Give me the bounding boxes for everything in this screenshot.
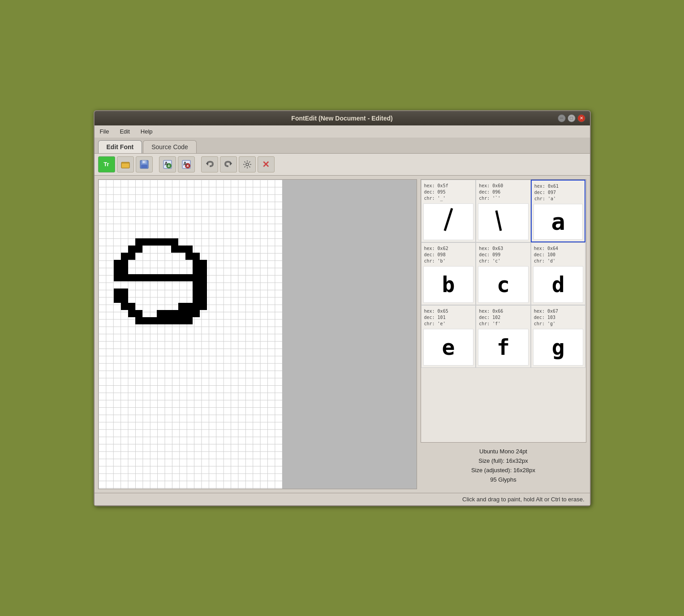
glyph-info-64: hex: 0x64dec: 100chr: 'd' [533,245,584,265]
svg-rect-18 [135,238,142,246]
close-button[interactable]: ✕ [577,114,585,122]
svg-rect-74 [171,310,178,317]
glyph-grid-container[interactable]: hex: 0x5fdec: 095chr: '_' hex: 0x60dec: … [421,179,586,443]
svg-rect-41 [114,274,121,281]
glyph-preview-60 [478,203,529,240]
glyph-preview-67: g [533,329,584,366]
svg-rect-29 [121,253,128,260]
window-controls: ─ □ ✕ [558,114,585,122]
svg-rect-79 [142,317,150,324]
tool-undo-button[interactable] [201,156,218,172]
svg-rect-42 [121,274,128,281]
titlebar: FontEdit (New Document - Edited) ─ □ ✕ [95,111,590,125]
svg-rect-73 [164,310,171,317]
svg-rect-44 [135,274,142,281]
svg-rect-37 [114,267,121,274]
main-area: hex: 0x5fdec: 095chr: '_' hex: 0x60dec: … [95,176,590,493]
tool-remove-glyph-button[interactable]: ×A [178,156,195,172]
svg-rect-28 [185,246,193,253]
glyph-cell-61[interactable]: hex: 0x61dec: 097chr: 'a' a [531,180,586,242]
font-info: Ubuntu Mono 24pt Size (full): 16x32px Si… [421,443,586,489]
svg-rect-59 [200,289,207,296]
glyph-cell-63[interactable]: hex: 0x63dec: 099chr: 'c' c [476,242,531,305]
svg-point-17 [246,163,249,166]
glyph-preview-63: c [478,266,529,303]
glyph-grid: hex: 0x5fdec: 095chr: '_' hex: 0x60dec: … [421,180,586,368]
tab-bar: Edit Font Source Code [95,138,590,153]
glyph-cell-60[interactable]: hex: 0x60dec: 096chr: '`' [476,180,531,242]
glyph-cell-67[interactable]: hex: 0x67dec: 103chr: 'g' g [531,305,586,368]
svg-rect-22 [164,238,171,246]
menu-edit[interactable]: Edit [118,127,131,136]
svg-rect-20 [150,238,157,246]
svg-rect-30 [128,253,135,260]
svg-rect-67 [185,303,193,310]
glyph-info-67: hex: 0x67dec: 103chr: 'g' [533,307,584,328]
svg-rect-33 [114,260,121,267]
glyph-preview-5f [423,203,474,240]
svg-rect-49 [171,274,178,281]
tool-close-button[interactable]: ✕ [258,156,275,172]
menu-help[interactable]: Help [139,127,155,136]
glyph-info-61: hex: 0x61dec: 097chr: 'a' [533,182,583,203]
svg-rect-80 [150,317,157,324]
svg-rect-58 [193,289,200,296]
svg-line-86 [445,208,452,231]
glyph-cell-65[interactable]: hex: 0x65dec: 101chr: 'e' e [421,305,476,368]
tool-settings-button[interactable] [239,156,256,172]
svg-rect-6 [141,165,147,168]
svg-rect-21 [157,238,164,246]
menu-file[interactable]: File [98,127,111,136]
tab-edit-font[interactable]: Edit Font [98,140,142,153]
maximize-button[interactable]: □ [568,114,576,122]
toolbar: Tr +A ×A ✕ [95,153,590,176]
svg-rect-77 [193,310,200,317]
svg-rect-35 [193,260,200,267]
svg-rect-40 [200,267,207,274]
svg-rect-56 [114,289,121,296]
svg-rect-19 [142,238,150,246]
svg-rect-53 [200,274,207,281]
tool-font-button[interactable]: Tr [98,156,115,172]
glyph-cell-66[interactable]: hex: 0x66dec: 102chr: 'f' f [476,305,531,368]
svg-rect-27 [178,246,185,253]
svg-rect-5 [143,161,145,163]
font-size-full: Size (full): 16x32px [425,457,582,466]
glyph-info-60: hex: 0x60dec: 096chr: '`' [478,182,529,202]
glyph-cell-62[interactable]: hex: 0x62dec: 098chr: 'b' b [421,242,476,305]
glyph-preview-61: a [533,204,583,240]
editor-panel[interactable] [98,179,417,489]
svg-rect-69 [200,303,207,310]
svg-rect-38 [121,267,128,274]
minimize-button[interactable]: ─ [558,114,566,122]
svg-rect-75 [178,310,185,317]
window-title: FontEdit (New Document - Edited) [291,115,392,122]
svg-rect-25 [135,246,142,253]
glyph-cell-5f[interactable]: hex: 0x5fdec: 095chr: '_' [421,180,476,242]
svg-rect-85 [185,317,193,324]
svg-rect-66 [178,303,185,310]
glyph-info-66: hex: 0x66dec: 102chr: 'f' [478,307,529,328]
svg-rect-26 [171,246,178,253]
pixel-grid[interactable] [99,180,282,489]
glyph-cell-64[interactable]: hex: 0x64dec: 100chr: 'd' d [531,242,586,305]
font-name: Ubuntu Mono 24pt [425,447,582,457]
svg-rect-45 [142,274,150,281]
font-size-adjusted: Size (adjusted): 16x28px [425,466,582,475]
svg-text:A: A [164,161,168,166]
tool-save-button[interactable] [136,156,153,172]
tool-add-glyph-button[interactable]: +A [159,156,176,172]
svg-rect-31 [185,253,193,260]
svg-rect-62 [193,296,200,303]
svg-rect-60 [114,296,121,303]
tool-open-button[interactable] [117,156,134,172]
glyph-preview-66: f [478,329,529,366]
svg-rect-43 [128,274,135,281]
glyph-panel: hex: 0x5fdec: 095chr: '_' hex: 0x60dec: … [421,179,586,489]
glyph-preview-64: d [533,266,584,303]
tool-redo-button[interactable] [220,156,237,172]
tab-source-code[interactable]: Source Code [143,140,197,153]
glyph-info-65: hex: 0x65dec: 101chr: 'e' [423,307,474,328]
svg-line-87 [496,211,501,231]
svg-rect-71 [135,310,142,317]
